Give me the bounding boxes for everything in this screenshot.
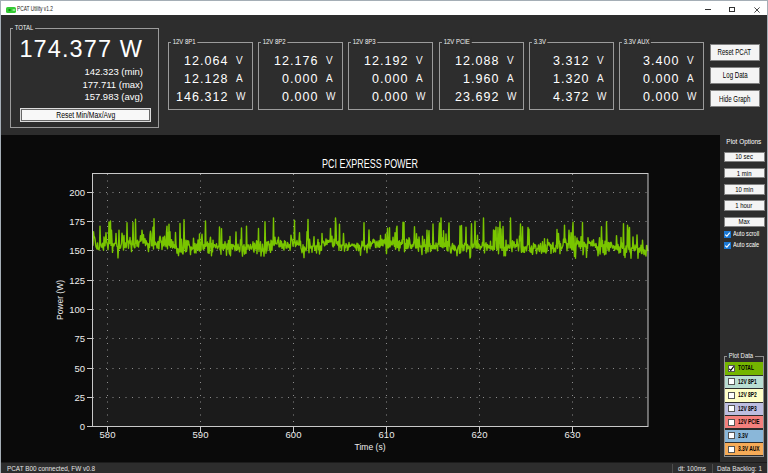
svg-text:50: 50 [74,363,85,374]
svg-text:620: 620 [472,429,488,440]
svg-text:Power (W): Power (W) [54,280,65,320]
svg-text:590: 590 [193,429,209,440]
svg-text:150: 150 [69,245,85,256]
svg-text:125: 125 [69,275,85,286]
svg-text:Time (s): Time (s) [355,441,386,452]
svg-text:600: 600 [286,429,302,440]
svg-text:25: 25 [74,392,85,403]
svg-text:175: 175 [69,216,85,227]
svg-text:0: 0 [80,421,85,432]
svg-text:200: 200 [69,187,85,198]
svg-text:75: 75 [74,333,85,344]
svg-text:100: 100 [69,304,85,315]
svg-text:630: 630 [565,429,581,440]
svg-text:PCI EXPRESS POWER: PCI EXPRESS POWER [322,156,418,171]
svg-text:610: 610 [379,429,395,440]
svg-text:580: 580 [100,429,116,440]
